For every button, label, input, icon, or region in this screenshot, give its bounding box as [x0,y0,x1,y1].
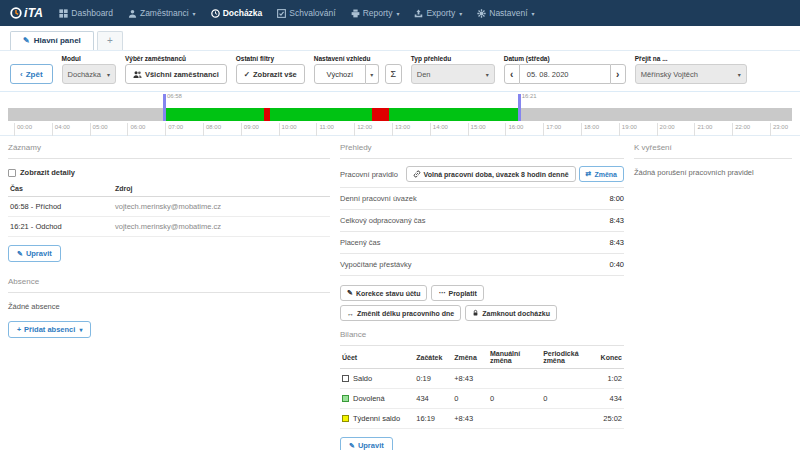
date-label: Datum (středa) [504,55,626,62]
account-color-swatch [342,415,349,422]
stat-label: Placený čas [340,238,380,247]
balance-periodic [541,409,598,429]
edit-balance-button[interactable]: ✎ Upravit [340,437,393,450]
stat-value: 8:43 [609,216,624,225]
records-body: 06:58 - Příchodvojtech.merinsky@mobatime… [8,197,330,237]
record-time: 16:21 - Odchod [8,217,113,237]
timeline-tick-label: 17:00 [543,123,561,136]
balance-row: Saldo0:19+8:431:02 [340,369,624,389]
timeline-segment-work [389,108,519,121]
change-rule-button[interactable]: ⇄ Změna [579,166,624,182]
modul-select[interactable]: Docházka ▾ [62,64,116,84]
show-details-checkbox[interactable] [8,169,16,177]
nav-item-exporty[interactable]: Exporty ▾ [414,8,462,18]
employees-button[interactable]: Všichni zaměstnanci [125,64,227,84]
chevron-right-icon: › [616,69,619,80]
timeline-tick-label: 23:00 [770,123,788,136]
tab-bar: ✎ Hlavní panel + [0,26,800,50]
record-source: vojtech.merinsky@mobatime.cz [113,217,330,237]
chevron-down-icon: ▾ [396,10,399,17]
work-rule-button[interactable]: Volná pracovní doba, úvazek 8 hodin denn… [406,166,576,182]
plus-icon: + [107,35,113,46]
brand-text: iTA [24,6,43,20]
show-details-label: Zobrazit detaily [20,168,75,177]
filters-button[interactable]: ✓ Zobrazit vše [236,64,305,84]
balance-title: Bilance [340,323,624,346]
balance-manual [488,409,541,429]
employees-label: Výběr zaměstnanců [125,55,227,62]
change-day-length-button[interactable]: ↔ Změnit délku pracovního dne [340,305,461,321]
records-panel: Záznamy Zobrazit detaily Čas Zdroj 06:58… [8,136,330,346]
nav-item-reporty[interactable]: Reporty ▾ [351,8,400,18]
add-tab-button[interactable]: + [97,31,123,50]
pay-out-button[interactable]: ⋯ Proplatit [431,285,483,301]
absence-title: Absence [8,270,330,293]
goto-select[interactable]: Měřínský Vojtěch ▾ [635,64,747,84]
goto-label: Přejít na ... [635,55,747,62]
date-field[interactable]: 05. 08. 2020 [520,64,610,84]
timeline-marker [163,94,166,121]
timeline-tick-label: 19:00 [619,123,637,136]
balance-col-end: Konec [599,346,624,369]
appearance-select[interactable]: Výchozí [314,64,366,84]
balance-periodic [541,369,598,389]
timeline-tick-label: 14:00 [430,123,448,136]
nav-item-dashboard[interactable]: Dashboard [59,8,113,18]
edit-icon: ✎ [349,442,355,450]
lock-icon [472,309,479,317]
app-logo[interactable]: iTA [10,6,43,20]
chevron-down-icon: ▾ [107,71,110,78]
appearance-caret-button[interactable]: ▾ [366,64,379,84]
plus-icon: + [17,326,21,333]
balance-col-manual: Manuální změna [488,346,541,369]
account-correction-button[interactable]: ✎ Korekce stavu účtu [340,285,427,301]
timeline-tick-label: 13:00 [392,123,410,136]
timeline-tick-label: 05:00 [90,123,108,136]
toolbar: ‹ Zpět Modul Docházka ▾ Výběr zaměstnanc… [0,50,800,92]
chevron-down-icon: ▾ [459,10,462,17]
nav-item-zamestnanci[interactable]: Zaměstnanci ▾ [128,8,196,18]
records-col-source: Zdroj [113,181,330,197]
timeline-tick-label: 04:00 [52,123,70,136]
timeline-bar[interactable] [8,108,792,121]
back-button[interactable]: ‹ Zpět [10,64,53,84]
record-row: 16:21 - Odchodvojtech.merinsky@mobatime.… [8,217,330,237]
stat-label: Vypočítané přestávky [340,260,411,269]
chevron-down-icon: ▾ [193,10,196,17]
user-icon [128,9,137,18]
balance-start: 0:19 [414,369,452,389]
timeline-tick-label: 21:00 [694,123,712,136]
dashboard-icon [59,9,68,18]
balance-account: Dovolená [340,389,414,409]
sum-button[interactable]: Σ [385,64,402,84]
timeline-tick-label: 07:00 [165,123,183,136]
chevron-left-icon: ‹ [510,69,513,80]
balance-change: +8:43 [452,369,488,389]
date-prev-button[interactable]: ‹ [504,64,520,84]
view-type-label: Typ přehledu [411,55,495,62]
chevron-down-icon: ▾ [486,71,489,78]
records-table: Čas Zdroj 06:58 - Příchodvojtech.merinsk… [8,181,330,237]
timeline-tick-label: 15:00 [468,123,486,136]
balance-manual [488,369,541,389]
view-type-select[interactable]: Den ▾ [411,64,495,84]
lock-attendance-button[interactable]: Zamknout docházku [465,305,557,321]
tab-hlavni-panel[interactable]: ✎ Hlavní panel [10,31,94,50]
nav-item-dochazka[interactable]: Docházka [211,8,263,18]
balance-start: 434 [414,389,452,409]
account-color-swatch [342,395,349,402]
timeline-tick-label: 09:00 [241,123,259,136]
stat-value: 8:00 [609,194,624,203]
arrows-horizontal-icon: ↔ [347,310,354,317]
balance-periodic: 0 [541,389,598,409]
timeline-ticks-row: 00:0004:0005:0006:0007:0008:0009:0010:00… [8,121,792,135]
nav-item-nastaveni[interactable]: Nastavení ▾ [477,8,534,18]
stat-row: Vypočítané přestávky0:40 [340,254,624,276]
nav-item-schvalovani[interactable]: Schvalování [277,8,335,18]
timeline-segment-break [372,108,389,121]
add-absence-button[interactable]: + Přidat absenci ▾ [8,321,91,338]
balance-start: 16:19 [414,409,452,429]
timeline-tick-label: 08:00 [203,123,221,136]
date-next-button[interactable]: › [610,64,626,84]
edit-records-button[interactable]: ✎ Upravit [8,245,61,262]
